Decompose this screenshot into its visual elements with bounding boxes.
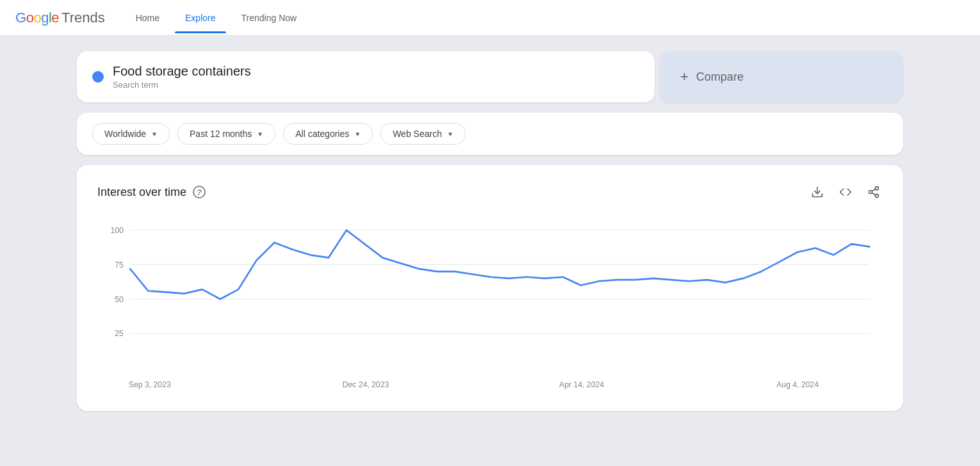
filter-time-label: Past 12 months — [190, 129, 252, 139]
chart-title: Interest over time — [97, 186, 186, 199]
chart-actions — [808, 183, 883, 201]
search-type-label: Search term — [113, 80, 251, 90]
chevron-down-icon: ▼ — [447, 131, 453, 138]
filter-category-label: All categories — [295, 129, 349, 139]
compare-card[interactable]: + Compare — [660, 51, 903, 102]
embed-button[interactable] — [837, 183, 854, 201]
chart-area: 100 75 50 25 Sep 3, 2023 Dec 24, 2023 Ap… — [97, 216, 883, 396]
download-button[interactable] — [808, 183, 826, 201]
share-icon — [867, 186, 880, 198]
share-button[interactable] — [865, 183, 883, 201]
filter-search-type-label: Web Search — [393, 129, 442, 139]
interest-over-time-card: Interest over time ? — [77, 165, 903, 411]
x-label-aug2024: Aug 4, 2024 — [776, 380, 819, 389]
embed-icon — [839, 186, 852, 198]
search-compare-row: Food storage containers Search term + Co… — [77, 51, 903, 102]
chevron-down-icon: ▼ — [151, 131, 158, 138]
x-label-apr2024: Apr 14, 2024 — [559, 380, 604, 389]
y-label-100: 100 — [110, 226, 123, 235]
search-dot-indicator — [92, 71, 104, 83]
search-term: Food storage containers — [113, 64, 251, 79]
svg-line-5 — [872, 189, 876, 191]
search-info: Food storage containers Search term — [113, 64, 251, 90]
logo-trends-text: Trends — [61, 10, 105, 26]
x-label-sep2023: Sep 3, 2023 — [129, 380, 171, 389]
x-label-dec2023: Dec 24, 2023 — [342, 380, 389, 389]
filter-time[interactable]: Past 12 months ▼ — [177, 123, 275, 145]
chart-title-row: Interest over time ? — [97, 186, 206, 199]
main-nav: Home Explore Trending Now — [126, 8, 307, 28]
y-label-25: 25 — [115, 329, 124, 338]
chevron-down-icon: ▼ — [257, 131, 263, 138]
header: Google Trends Home Explore Trending Now — [0, 0, 980, 36]
nav-home[interactable]: Home — [126, 8, 170, 28]
compare-plus-icon: + — [680, 68, 689, 85]
filters-row: Worldwide ▼ Past 12 months ▼ All categor… — [77, 113, 903, 155]
chart-header: Interest over time ? — [97, 183, 883, 201]
search-card[interactable]: Food storage containers Search term — [77, 51, 655, 102]
chart-svg: 100 75 50 25 Sep 3, 2023 Dec 24, 2023 Ap… — [97, 216, 883, 396]
nav-trending-now[interactable]: Trending Now — [231, 8, 307, 28]
download-icon — [811, 186, 824, 198]
y-label-50: 50 — [115, 294, 124, 303]
filter-search-type[interactable]: Web Search ▼ — [380, 123, 466, 145]
nav-explore[interactable]: Explore — [175, 8, 225, 28]
filter-region[interactable]: Worldwide ▼ — [92, 123, 170, 145]
svg-line-4 — [872, 193, 876, 195]
filter-region-label: Worldwide — [104, 129, 146, 139]
chevron-down-icon: ▼ — [354, 131, 361, 138]
compare-label: Compare — [696, 70, 744, 84]
y-label-75: 75 — [115, 260, 124, 269]
logo: Google Trends — [15, 10, 105, 26]
logo-google-text: Google — [15, 10, 59, 26]
help-icon[interactable]: ? — [193, 186, 206, 198]
filter-category[interactable]: All categories ▼ — [283, 123, 373, 145]
main-content: Food storage containers Search term + Co… — [0, 36, 980, 426]
